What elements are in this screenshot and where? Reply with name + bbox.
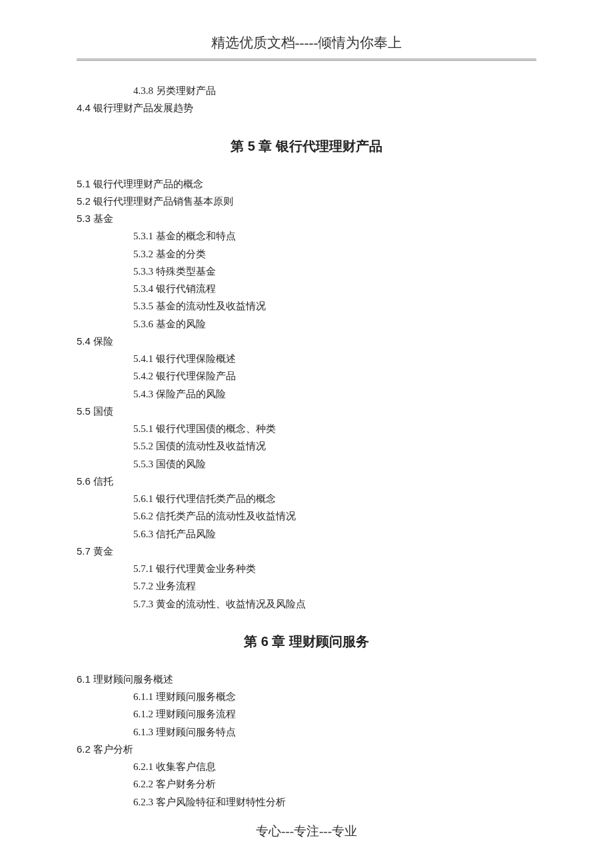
toc-item: 5.6.2 信托类产品的流动性及收益情况	[133, 507, 536, 525]
toc-section: 5.2 银行代理理财产品销售基本原则	[77, 193, 536, 210]
toc-item: 6.1.2 理财顾问服务流程	[133, 705, 536, 723]
toc-item: 5.3.2 基金的分类	[133, 245, 536, 263]
toc-item: 5.6.1 银行代理信托类产品的概念	[133, 490, 536, 507]
toc-item: 6.1.1 理财顾问服务概念	[133, 688, 536, 705]
toc-section: 5.7 黄金	[77, 543, 536, 560]
toc-item: 6.1.3 理财顾问服务特点	[133, 723, 536, 741]
toc-item: 6.2.2 客户财务分析	[133, 775, 536, 793]
page-header: 精选优质文档-----倾情为你奉上	[77, 33, 536, 59]
toc-item: 5.4.2 银行代理保险产品	[133, 367, 536, 385]
toc-item: 5.3.5 基金的流动性及收益情况	[133, 297, 536, 315]
header-divider	[77, 59, 536, 61]
toc-section: 5.5 国债	[77, 403, 536, 420]
toc-item: 5.4.3 保险产品的风险	[133, 385, 536, 403]
toc-item: 5.5.2 国债的流动性及收益情况	[133, 437, 536, 455]
toc-section: 5.3 基金	[77, 210, 536, 227]
toc-item: 5.7.2 业务流程	[133, 577, 536, 595]
toc-section: 6.1 理财顾问服务概述	[77, 671, 536, 688]
toc-item: 5.6.3 信托产品风险	[133, 525, 536, 543]
toc-item: 6.2.3 客户风险特征和理财特性分析	[133, 793, 536, 811]
toc-item: 5.3.6 基金的风险	[133, 315, 536, 333]
toc-item: 5.7.3 黄金的流动性、收益情况及风险点	[133, 595, 536, 613]
toc-section: 5.6 信托	[77, 473, 536, 490]
toc-item: 5.7.1 银行代理黄金业务种类	[133, 560, 536, 577]
toc-item: 6.2.1 收集客户信息	[133, 758, 536, 775]
toc-section: 5.4 保险	[77, 333, 536, 350]
chapter-title: 第 5 章 银行代理理财产品	[77, 137, 536, 155]
toc-item: 5.5.3 国债的风险	[133, 455, 536, 473]
toc-item: 5.5.1 银行代理国债的概念、种类	[133, 420, 536, 437]
toc-item: 4.3.8 另类理财产品	[133, 82, 536, 99]
toc-item: 5.3.3 特殊类型基金	[133, 263, 536, 280]
page-footer: 专心---专注---专业	[0, 823, 613, 840]
toc-item: 5.4.1 银行代理保险概述	[133, 350, 536, 367]
chapter-title: 第 6 章 理财顾问服务	[77, 633, 536, 651]
toc-section: 5.1 银行代理理财产品的概念	[77, 175, 536, 193]
toc-item: 5.3.1 基金的概念和特点	[133, 227, 536, 245]
toc-item: 5.3.4 银行代销流程	[133, 280, 536, 297]
toc-section: 6.2 客户分析	[77, 741, 536, 758]
toc-section: 4.4 银行理财产品发展趋势	[77, 99, 536, 117]
